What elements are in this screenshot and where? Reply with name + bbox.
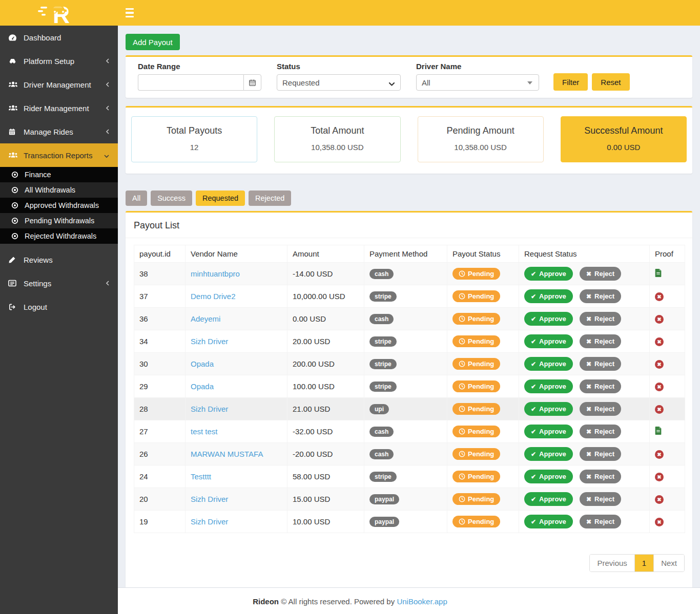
reject-button[interactable]: ✖Reject [580,289,621,303]
reset-button[interactable]: Reset [592,73,629,91]
vendor-link[interactable]: Sizh Driver [191,405,228,413]
vendor-link[interactable]: Opada [191,382,214,391]
tab-all[interactable]: All [126,190,147,206]
proof-cell: ✖ [650,398,685,420]
vendor-link[interactable]: Testttt [191,472,211,481]
tab-requested[interactable]: Requested [196,190,245,206]
sidebar-item-platform-setup[interactable]: Platform Setup [0,49,118,73]
sidebar-item-driver-management[interactable]: Driver Management [0,73,118,96]
sidebar-item-dashboard[interactable]: Dashboard [0,26,118,49]
table-row: 20 Sizh Driver 15.00 USD paypal Pending … [134,488,685,511]
pagination-next[interactable]: Next [653,555,684,571]
vendor-link[interactable]: Sizh Driver [191,495,228,503]
approve-button[interactable]: ✔Approve [524,267,573,281]
add-payout-button[interactable]: Add Payout [126,34,180,50]
stat-value: 10,358.00 USD [418,143,543,152]
filter-button[interactable]: Filter [553,73,588,91]
users-icon [8,104,18,112]
approve-label: Approve [539,270,566,278]
amount-cell: 21.00 USD [287,398,364,420]
payout-status-label: Pending [468,428,494,435]
unibooker-link[interactable]: UniBooker.app [397,597,447,606]
vendor-link[interactable]: minhtuantbpro [191,269,240,278]
table-row: 30 Opada 200.00 USD stripe Pending ✔Appr… [134,353,685,375]
approve-button[interactable]: ✔Approve [524,402,573,416]
payout-status-badge: Pending [452,448,500,460]
sidebar-item-manage-rides[interactable]: Manage Rides [0,120,118,143]
reject-button[interactable]: ✖Reject [580,357,621,371]
approve-button[interactable]: ✔Approve [524,515,573,528]
driver-name-label: Driver Name [416,62,539,71]
approve-button[interactable]: ✔Approve [524,312,573,326]
approve-button[interactable]: ✔Approve [524,470,573,483]
reject-button[interactable]: ✖Reject [580,470,621,483]
reject-button[interactable]: ✖Reject [580,267,621,281]
submenu-item-all-withdrawals[interactable]: All Withdrawals [0,182,118,198]
payment-method-badge: stripe [369,336,397,347]
app-logo[interactable]: R [0,0,118,26]
submenu-item-pending-withdrawals[interactable]: Pending Withdrawals [0,213,118,228]
calendar-addon-button[interactable] [243,74,261,91]
proof-file-icon[interactable] [655,270,662,279]
payout-table-body: 38 minhtuantbpro -14.00 USD cash Pending… [134,263,685,533]
pagination-previous[interactable]: Previous [590,555,634,571]
approve-button[interactable]: ✔Approve [524,357,573,371]
driver-name-select[interactable]: All [416,74,539,91]
sidebar-item-reviews[interactable]: Reviews [0,248,118,271]
reject-button[interactable]: ✖Reject [580,447,621,461]
clock-icon [459,496,465,502]
approve-button[interactable]: ✔Approve [524,334,573,348]
proof-cell: ✖ [650,285,685,308]
sidebar-item-label: Settings [24,279,106,288]
sidebar-toggle-button[interactable] [126,8,136,17]
approve-button[interactable]: ✔Approve [524,289,573,303]
reject-button[interactable]: ✖Reject [580,515,621,528]
proof-file-icon[interactable] [655,428,662,436]
tab-success[interactable]: Success [151,190,192,206]
table-row: 27 test test -32.00 USD cash Pending ✔Ap… [134,420,685,443]
proof-cell: ✖ [650,308,685,330]
reject-button[interactable]: ✖Reject [580,425,621,438]
status-select[interactable]: Requested [277,74,401,91]
sidebar-item-transaction-reports[interactable]: Transaction Reports [0,143,118,167]
reject-button[interactable]: ✖Reject [580,379,621,393]
reject-button[interactable]: ✖Reject [580,492,621,506]
vendor-link[interactable]: Demo Drive2 [191,292,236,301]
approve-button[interactable]: ✔Approve [524,379,573,393]
payout-id-cell: 19 [134,511,186,533]
vendor-link[interactable]: Sizh Driver [191,517,228,526]
submenu-item-rejected-withdrawals[interactable]: Rejected Withdrawals [0,228,118,244]
approve-button[interactable]: ✔Approve [524,447,573,461]
tab-rejected[interactable]: Rejected [249,190,291,206]
clock-icon [459,406,465,412]
reject-button[interactable]: ✖Reject [580,312,621,326]
payout-id-cell: 29 [134,375,186,398]
sidebar-item-label: Transaction Reports [24,151,104,160]
status-selected-value: Requested [282,78,320,87]
chevron-down-icon [104,151,110,160]
vendor-link[interactable]: Sizh Driver [191,337,228,346]
sidebar-item-logout[interactable]: Logout [0,295,118,319]
reject-button[interactable]: ✖Reject [580,334,621,348]
vendor-link[interactable]: Opada [191,359,214,368]
sidebar-item-settings[interactable]: Settings [0,271,118,295]
sidebar-item-rider-management[interactable]: Rider Management [0,96,118,120]
vendor-link[interactable]: test test [191,427,218,436]
column-header-amount: Amount [287,245,364,263]
submenu-item-finance[interactable]: Finance [0,167,118,182]
approve-button[interactable]: ✔Approve [524,492,573,506]
page: R Dashboard Platform Setup [0,0,700,614]
reject-button[interactable]: ✖Reject [580,402,621,416]
submenu-item-approved-withdrawals[interactable]: Approved Withdrawals [0,198,118,213]
hamburger-icon [126,8,134,10]
reject-label: Reject [594,518,614,525]
approve-button[interactable]: ✔Approve [524,425,573,438]
dot-circle-icon [11,232,20,240]
vendor-link[interactable]: MARWAN MUSTAFA [191,450,263,458]
date-range-input[interactable] [138,74,243,91]
clock-icon [459,473,465,480]
x-icon: ✖ [586,315,591,323]
pagination-page-1[interactable]: 1 [634,555,653,571]
payout-status-label: Pending [468,337,494,345]
vendor-link[interactable]: Adeyemi [191,314,220,323]
